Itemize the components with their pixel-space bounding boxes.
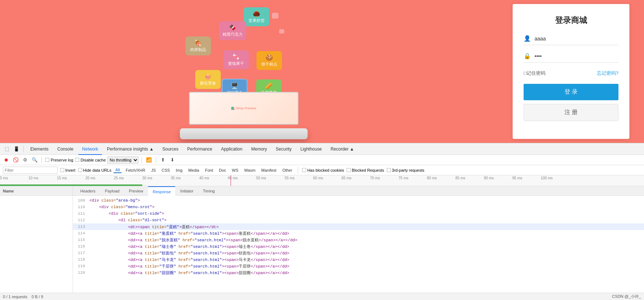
tablet-base (180, 128, 308, 139)
food-bubble-biscuit: 🍪 饼干糕点 (257, 51, 282, 70)
devtools-panel: ⬚ 📱 Elements Console Network Performance… (0, 143, 644, 300)
login-panel: 登录商城 👤 aaaa 🔒 •••• □记住密码 忘记密码? 登 录 注 册 (513, 4, 629, 139)
requests-count: 0 / 1 requests (3, 295, 27, 299)
record-button[interactable]: ⏺ (2, 156, 10, 164)
detail-tab-initiator[interactable]: Initiator (176, 186, 198, 196)
username-value: aaaa (535, 36, 546, 42)
clear-button[interactable]: 🚫 (12, 156, 20, 164)
devtools-toolbar: ⬚ 📱 Elements Console Network Performance… (0, 143, 644, 155)
username-field: 👤 aaaa (524, 35, 618, 45)
forgot-password-link[interactable]: 忘记密码? (597, 70, 618, 77)
disable-cache-label[interactable]: Disable cache (75, 157, 106, 162)
code-line-111: 111 <div class="sort-side"> (73, 210, 644, 217)
hide-data-urls-checkbox[interactable] (78, 168, 82, 172)
device-toggle-button[interactable]: 📱 (12, 145, 20, 153)
code-line-118: 118 <dd><a title="马卡龙" href="search.html… (73, 256, 644, 263)
register-button[interactable]: 注 册 (524, 104, 618, 121)
filter-tag-ws[interactable]: WS (230, 168, 240, 173)
tab-recorder[interactable]: Recorder ▲ (327, 143, 358, 155)
food-area: 🌰 坚果炒货 🍫 精黑巧克力 🍖 肉类制品 🍬 蜜饯果干 🍪 饼干糕点 🍿 (0, 0, 513, 143)
filter-tag-js[interactable]: JS (149, 168, 158, 173)
tab-application[interactable]: Application (217, 143, 246, 155)
filter-bar: Invert Hide data URLs All Fetch/XHR JS C… (0, 165, 644, 175)
blocked-cookies-checkbox[interactable] (302, 168, 306, 172)
tab-sources[interactable]: Sources (159, 143, 182, 155)
throttle-select[interactable]: No throttling (107, 156, 139, 164)
lock-icon: 🔒 (524, 52, 531, 59)
filter-tag-img[interactable]: Img (174, 168, 184, 173)
name-column: Name (0, 186, 73, 293)
login-button[interactable]: 登 录 (524, 84, 618, 100)
name-column-header: Name (0, 186, 73, 196)
filter-divider (298, 167, 298, 174)
filter-tag-manifest[interactable]: Manifest (259, 168, 278, 173)
detail-tab-timing[interactable]: Timing (198, 186, 219, 196)
detail-tab-bar: Headers Payload Preview Response Initiat… (73, 186, 644, 196)
food-bubble-chocolate: 🍫 精黑巧克力 (219, 21, 246, 40)
invert-label[interactable]: Invert (60, 168, 76, 172)
blocked-requests-label[interactable]: Blocked Requests (346, 168, 384, 172)
status-left: 0 / 1 requests 0 B / 9 (3, 295, 43, 299)
toolbar-divider-4 (156, 157, 156, 163)
filter-icon-button[interactable]: ⚙ (21, 156, 29, 164)
detail-tab-preview[interactable]: Preview (124, 186, 147, 196)
blocked-cookies-label[interactable]: Has blocked cookies (302, 168, 344, 172)
tab-network[interactable]: Network (78, 143, 102, 155)
tab-elements[interactable]: Elements (27, 143, 52, 155)
filter-tag-fetchxhr[interactable]: Fetch/XHR (124, 168, 147, 173)
food-bubble-meat: 🍖 肉类制品 (185, 36, 211, 55)
inspect-element-button[interactable]: ⬚ (3, 145, 11, 153)
filter-tag-css[interactable]: CSS (160, 168, 172, 173)
detail-tab-response[interactable]: Response (148, 186, 175, 196)
blocked-requests-checkbox[interactable] (347, 168, 351, 172)
preserve-log-label[interactable]: Preserve log (45, 157, 73, 162)
status-bar: 0 / 1 requests 0 B / 9 CSDN @_小许_ (0, 293, 644, 300)
search-network-button[interactable]: 🔍 (31, 156, 39, 164)
filter-tag-media[interactable]: Media (186, 168, 201, 173)
remember-label[interactable]: □记住密码 (524, 70, 545, 77)
login-title: 登录商城 (524, 15, 618, 26)
filter-tag-doc[interactable]: Doc (217, 168, 228, 173)
tab-lighthouse[interactable]: Lighthouse (297, 143, 325, 155)
filter-tag-all[interactable]: All (113, 167, 122, 173)
speech-bubble-deco-1 (272, 13, 278, 19)
code-line-114: 114 <dd><a title="葱蛋糕" href="search.html… (73, 230, 644, 237)
preserve-log-checkbox[interactable] (45, 158, 50, 162)
detail-tab-headers[interactable]: Headers (76, 186, 100, 196)
main-panel: Name Headers Payload Preview (0, 186, 644, 293)
password-value: •••• (535, 53, 542, 59)
toolbar-divider-3 (142, 157, 142, 163)
password-field: 🔒 •••• (524, 52, 618, 63)
filter-tag-other[interactable]: Other (281, 168, 294, 173)
filter-input[interactable] (3, 167, 58, 174)
user-icon: 👤 (524, 35, 531, 42)
code-line-119: 119 <dd><a title="千层饼" href="search.html… (73, 263, 644, 269)
tab-performance[interactable]: Performance (184, 143, 216, 155)
filter-tag-font[interactable]: Font (203, 168, 215, 173)
size-info: 0 B / 9 (32, 295, 43, 299)
tab-console[interactable]: Console (54, 143, 77, 155)
tab-security[interactable]: Security (272, 143, 295, 155)
filter-tag-wasm[interactable]: Wasm (242, 168, 257, 173)
invert-checkbox[interactable] (60, 168, 65, 172)
import-button[interactable]: ⬆ (159, 156, 167, 164)
detail-tabs-panel: Headers Payload Preview Response Initiat… (73, 186, 644, 293)
timeline-progress-green (0, 184, 142, 186)
third-party-label[interactable]: 3rd-party requests (386, 168, 424, 172)
disable-cache-checkbox[interactable] (75, 158, 79, 162)
export-button[interactable]: ⬇ (169, 156, 177, 164)
code-line-109: 109 <div class="area-bg"> (73, 197, 644, 204)
wifi-icon-button[interactable]: 📶 (145, 156, 153, 164)
detail-tab-payload[interactable]: Payload (101, 186, 124, 196)
website-preview: 🌰 坚果炒货 🍫 精黑巧克力 🍖 肉类制品 🍬 蜜饯果干 🍪 饼干糕点 🍿 (0, 0, 644, 143)
tab-memory[interactable]: Memory (247, 143, 270, 155)
speech-bubble-deco-2 (279, 29, 284, 34)
third-party-checkbox[interactable] (386, 168, 391, 172)
code-line-116: 116 <dd><a title="瑞士卷" href="search.html… (73, 243, 644, 250)
food-bubble-puffed: 🍿 膨化零食 (195, 70, 221, 89)
code-line-113: 113 <dt><span title="蛋糕">蛋糕</span></dt> (73, 223, 644, 230)
tab-performance-insights[interactable]: Performance insights ▲ (103, 143, 157, 155)
hide-data-urls-label[interactable]: Hide data URLs (78, 168, 112, 172)
food-bubble-nuts: 🌰 坚果炒货 (244, 7, 269, 26)
code-line-117: 117 <dd><a title="软面包" href="search.html… (73, 250, 644, 256)
